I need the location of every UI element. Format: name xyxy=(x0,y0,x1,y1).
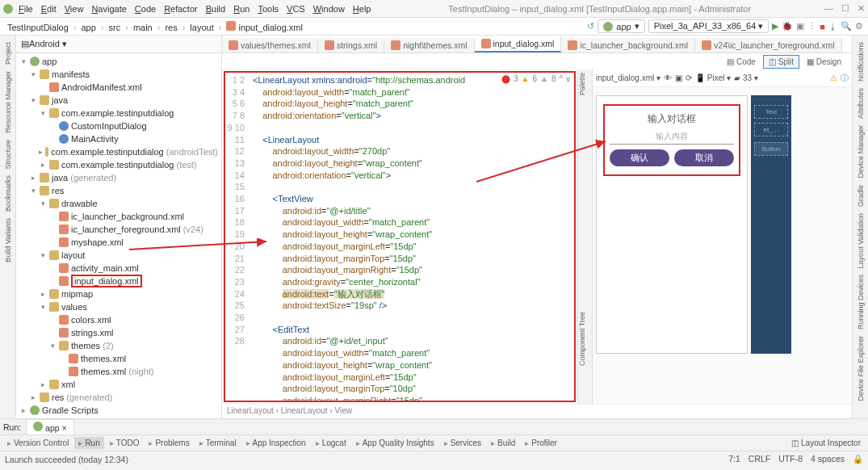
editor-tab[interactable]: values/themes.xml xyxy=(222,38,318,52)
tree-item[interactable]: activity_main.xml xyxy=(16,262,221,275)
menu-refactor[interactable]: Refactor xyxy=(160,2,202,15)
editor-tab[interactable]: input_dialog.xml xyxy=(475,36,562,52)
code-breadcrumb[interactable]: LinearLayout › LinearLayout › View xyxy=(222,404,852,418)
toolwin-profiler[interactable]: ▸Profiler xyxy=(521,437,561,449)
tree-item[interactable]: themes.xml (night) xyxy=(16,365,221,378)
left-tab-bookmarks[interactable]: Bookmarks xyxy=(4,172,12,215)
editor-tab[interactable]: strings.xml xyxy=(318,38,384,52)
code-editor[interactable]: ⬤3 ▲6 ▲8 ^ ∨ 1 2 3 4 5 6 7 8 9 10 11 12 … xyxy=(224,71,576,402)
tree-item[interactable]: myshape.xml xyxy=(16,236,221,249)
maximize-icon[interactable]: ☐ xyxy=(841,3,849,14)
menu-tools[interactable]: Tools xyxy=(254,2,283,15)
breadcrumb-item[interactable]: src xyxy=(107,23,124,32)
toolwin-logcat[interactable]: ▸Logcat xyxy=(312,437,350,449)
encoding[interactable]: UTF-8 xyxy=(778,454,803,464)
run-config-module[interactable]: app ▾ xyxy=(598,19,644,33)
line-ending[interactable]: CRLF xyxy=(748,454,770,464)
right-tab-attributes[interactable]: Attributes xyxy=(857,85,865,122)
tree-item[interactable]: colors.xml xyxy=(16,313,221,326)
right-tab-gradle[interactable]: Gradle xyxy=(857,182,865,210)
orientation-icon[interactable]: ⟳ xyxy=(686,73,692,82)
design-surface[interactable]: 输入对话框 输入内容 确认 取消 xyxy=(596,95,748,354)
menu-view[interactable]: View xyxy=(61,2,88,15)
left-tab-project[interactable]: Project xyxy=(4,39,12,68)
toolwin-layout-inspector[interactable]: ◫ Layout Inspector xyxy=(787,437,865,449)
editor-tab[interactable]: night\themes.xml xyxy=(384,38,474,52)
api-select[interactable]: ▰ 33 ▾ xyxy=(734,73,758,82)
toolwin-services[interactable]: ▸Services xyxy=(440,437,485,449)
toolwin-todo[interactable]: ▸TODO xyxy=(106,437,144,449)
tree-item[interactable]: ▾com.example.testinputdialog xyxy=(16,107,221,120)
settings-icon[interactable]: ⚙ xyxy=(855,21,863,31)
mode-design[interactable]: ▦ Design xyxy=(801,55,847,69)
tree-item[interactable]: ▸com.example.testinputdialog (test) xyxy=(16,158,221,171)
git-icon[interactable]: ⭳ xyxy=(828,22,837,31)
device-select[interactable]: 📱 Pixel ▾ xyxy=(695,73,731,82)
tree-item[interactable]: ▸res (generated) xyxy=(16,391,221,404)
right-tab-device-manager[interactable]: Device Manager xyxy=(857,122,865,182)
menu-code[interactable]: Code xyxy=(131,2,160,15)
breadcrumb-item[interactable]: input_dialog.xml xyxy=(224,23,305,32)
search-icon[interactable]: 🔍 xyxy=(841,21,852,31)
menu-file[interactable]: File xyxy=(15,2,37,15)
menu-build[interactable]: Build xyxy=(202,2,229,15)
debug-button[interactable]: 🐞 xyxy=(782,21,793,31)
left-tab-build-variants[interactable]: Build Variants xyxy=(4,215,12,266)
tree-item[interactable]: ▾drawable xyxy=(16,197,221,210)
minimize-icon[interactable]: — xyxy=(824,3,833,14)
menu-navigate[interactable]: Navigate xyxy=(87,2,130,15)
profile-button[interactable]: ▣ xyxy=(796,21,804,31)
mode-split[interactable]: ◫ Split xyxy=(763,55,799,69)
surface-icon[interactable]: ▣ xyxy=(675,73,682,82)
tree-item[interactable]: input_dialog.xml xyxy=(16,275,221,287)
mode-code[interactable]: ▤ Code xyxy=(721,55,761,69)
warning-icon[interactable]: ⚠ xyxy=(830,73,837,82)
tree-item[interactable]: MainActivity xyxy=(16,132,221,145)
right-tab-notifications[interactable]: Notifications xyxy=(857,39,865,85)
menu-vcs[interactable]: VCS xyxy=(283,2,309,15)
left-tab-resource-manager[interactable]: Resource Manager xyxy=(4,68,12,136)
tree-item[interactable]: AndroidManifest.xml xyxy=(16,81,221,94)
tree-item[interactable]: ▾themes (2) xyxy=(16,339,221,352)
menu-edit[interactable]: Edit xyxy=(37,2,61,15)
toolwin-app-inspection[interactable]: ▸App Inspection xyxy=(242,437,310,449)
menu-help[interactable]: Help xyxy=(349,2,375,15)
more-run-icon[interactable]: ⋮ xyxy=(807,21,816,31)
tree-item[interactable]: ic_launcher_background.xml xyxy=(16,210,221,223)
toolwin-build[interactable]: ▸Build xyxy=(487,437,519,449)
menu-run[interactable]: Run xyxy=(229,2,254,15)
menu-window[interactable]: Window xyxy=(309,2,349,15)
toolwin-problems[interactable]: ▸Problems xyxy=(145,437,193,449)
designer-file[interactable]: input_dialog.xml ▾ xyxy=(596,73,660,82)
indent[interactable]: 4 spaces xyxy=(811,454,845,464)
tree-item[interactable]: ▸com.example.testinputdialog (androidTes… xyxy=(16,145,221,158)
view-options-icon[interactable]: 👁 xyxy=(664,73,672,82)
right-tab-running-devices[interactable]: Running Devices xyxy=(857,271,865,333)
tree-item[interactable]: ▸java (generated) xyxy=(16,171,221,184)
tree-item[interactable]: ▾app xyxy=(16,55,221,68)
breadcrumb-item[interactable]: app xyxy=(79,23,99,32)
tree-item[interactable]: ▾res xyxy=(16,184,221,197)
tree-item[interactable]: ▾values xyxy=(16,300,221,313)
toolwin-version-control[interactable]: ▸Version Control xyxy=(3,437,73,449)
run-button[interactable]: ▶ xyxy=(772,21,778,31)
project-scope[interactable]: ▤ Android ▾ xyxy=(16,36,221,53)
attrs-info-icon[interactable]: ⓘ xyxy=(841,73,849,84)
breadcrumb-item[interactable]: main xyxy=(131,23,155,32)
toolwin-terminal[interactable]: ▸Terminal xyxy=(195,437,241,449)
tree-item[interactable]: ▸xml xyxy=(16,378,221,391)
readonly-icon[interactable]: 🔒 xyxy=(853,454,863,464)
editor-tab[interactable]: v24\ic_launcher_foreground.xml xyxy=(695,38,841,52)
right-tab-device-file-explorer[interactable]: Device File Explorer xyxy=(857,333,865,405)
breadcrumb-item[interactable]: TestInputDialog xyxy=(5,23,71,32)
close-icon[interactable]: ✕ xyxy=(858,3,865,14)
tree-item[interactable]: themes.xml xyxy=(16,352,221,365)
tree-item[interactable]: CustomInputDialog xyxy=(16,120,221,132)
tree-item[interactable]: ic_launcher_foreground.xml (v24) xyxy=(16,223,221,236)
toolwin-run[interactable]: ▸Run xyxy=(74,437,103,449)
inspection-summary[interactable]: ⬤3 ▲6 ▲8 ^ ∨ xyxy=(501,74,571,83)
tree-item[interactable]: ▾java xyxy=(16,94,221,107)
tree-item[interactable]: ▸Gradle Scripts xyxy=(16,404,221,417)
component-tree-tab[interactable]: Component Tree xyxy=(578,308,586,369)
sync-icon[interactable]: ↺ xyxy=(587,21,594,31)
